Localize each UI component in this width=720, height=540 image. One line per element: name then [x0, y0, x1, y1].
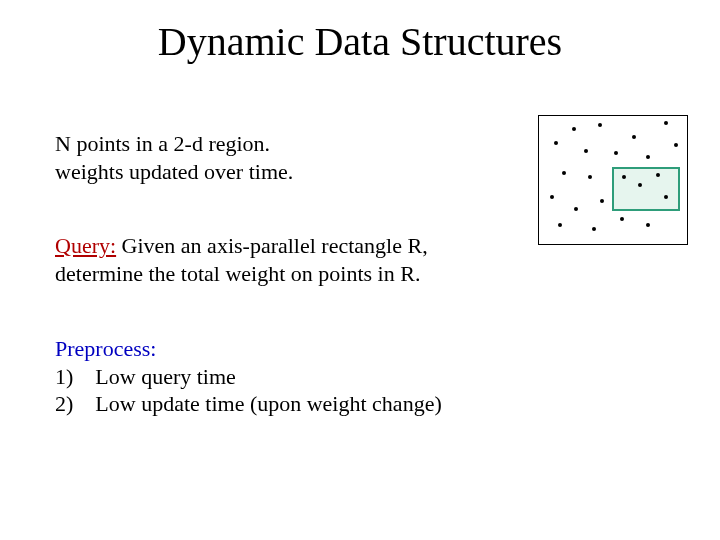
preprocess-label: Preprocess:: [55, 335, 505, 363]
query-block: Query: Given an axis-parallel rectangle …: [55, 232, 505, 287]
query-rectangle: [612, 167, 680, 211]
preprocess-item-2: 2) Low update time (upon weight change): [55, 390, 505, 418]
preprocess-block: Preprocess: 1) Low query time 2) Low upd…: [55, 335, 505, 418]
intro-line-2: weights updated over time.: [55, 158, 475, 186]
figure-point: [592, 227, 596, 231]
figure-point: [554, 141, 558, 145]
figure-2d-region: [538, 115, 688, 245]
figure-point: [646, 155, 650, 159]
figure-point: [598, 123, 602, 127]
figure-point: [632, 135, 636, 139]
query-line-1-rest: Given an axis-parallel rectangle R,: [116, 233, 428, 258]
intro-block: N points in a 2-d region. weights update…: [55, 130, 475, 185]
figure-point: [600, 199, 604, 203]
figure-point: [664, 195, 668, 199]
preprocess-item-1: 1) Low query time: [55, 363, 505, 391]
query-line-2: determine the total weight on points in …: [55, 260, 505, 288]
figure-point: [574, 207, 578, 211]
figure-point: [584, 149, 588, 153]
figure-point: [620, 217, 624, 221]
figure-point: [588, 175, 592, 179]
intro-line-1: N points in a 2-d region.: [55, 130, 475, 158]
figure-point: [664, 121, 668, 125]
figure-point: [558, 223, 562, 227]
slide: Dynamic Data Structures N points in a 2-…: [0, 0, 720, 540]
figure-point: [656, 173, 660, 177]
figure-point: [646, 223, 650, 227]
query-line-1: Query: Given an axis-parallel rectangle …: [55, 232, 505, 260]
figure-point: [638, 183, 642, 187]
figure-point: [674, 143, 678, 147]
figure-point: [622, 175, 626, 179]
figure-point: [614, 151, 618, 155]
figure-point: [572, 127, 576, 131]
figure-point: [562, 171, 566, 175]
slide-title: Dynamic Data Structures: [0, 18, 720, 65]
query-label: Query:: [55, 233, 116, 258]
figure-point: [550, 195, 554, 199]
